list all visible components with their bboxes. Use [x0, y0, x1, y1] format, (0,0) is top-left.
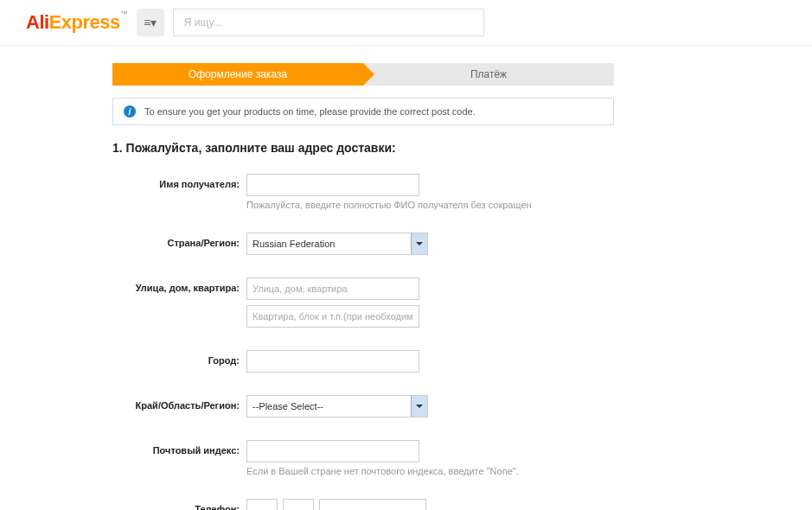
logo-ali: Ali: [26, 11, 49, 33]
street-input-1[interactable]: [246, 277, 419, 300]
recipient-label: Имя получателя:: [121, 174, 246, 189]
logo[interactable]: AliExpress™: [26, 11, 128, 34]
checkout-steps: Оформление заказа Платёж: [112, 63, 614, 86]
recipient-input[interactable]: [246, 174, 419, 196]
street-input-2[interactable]: [246, 305, 419, 328]
search-input[interactable]: [173, 9, 484, 36]
country-label: Страна/Регион:: [121, 233, 246, 248]
section-title: 1. Пожалуйста, заполните ваш адрес доста…: [112, 141, 614, 155]
country-select[interactable]: Russian Federation: [246, 233, 428, 255]
postcode-hint: Если в Вашей стране нет почтового индекс…: [246, 466, 614, 476]
categories-menu-button[interactable]: ≡▾: [137, 9, 164, 36]
recipient-hint: Пожалуйста, введите полностью ФИО получа…: [246, 200, 614, 210]
city-label: Город:: [121, 350, 246, 366]
postcode-input[interactable]: [246, 440, 419, 462]
info-text: To ensure you get your products on time,…: [144, 106, 476, 117]
region-select[interactable]: --Please Select--: [246, 395, 428, 418]
info-banner: i To ensure you get your products on tim…: [112, 98, 614, 125]
info-icon: i: [124, 105, 136, 118]
step-payment: Платёж: [363, 63, 614, 86]
phone-country-code-input[interactable]: [246, 499, 278, 510]
city-input[interactable]: [246, 350, 419, 373]
phone-area-code-input[interactable]: [283, 499, 314, 510]
region-label: Край/Область/Регион:: [121, 395, 246, 411]
logo-express: Express: [49, 11, 120, 33]
step-checkout: Оформление заказа: [112, 63, 363, 86]
menu-icon: ≡▾: [144, 16, 157, 29]
street-label: Улица, дом, квартира:: [121, 277, 246, 293]
phone-number-input[interactable]: [319, 499, 426, 510]
logo-tm: ™: [120, 10, 128, 18]
phone-label: Телефон:: [121, 499, 246, 510]
postcode-label: Почтовый индекс:: [121, 440, 246, 456]
